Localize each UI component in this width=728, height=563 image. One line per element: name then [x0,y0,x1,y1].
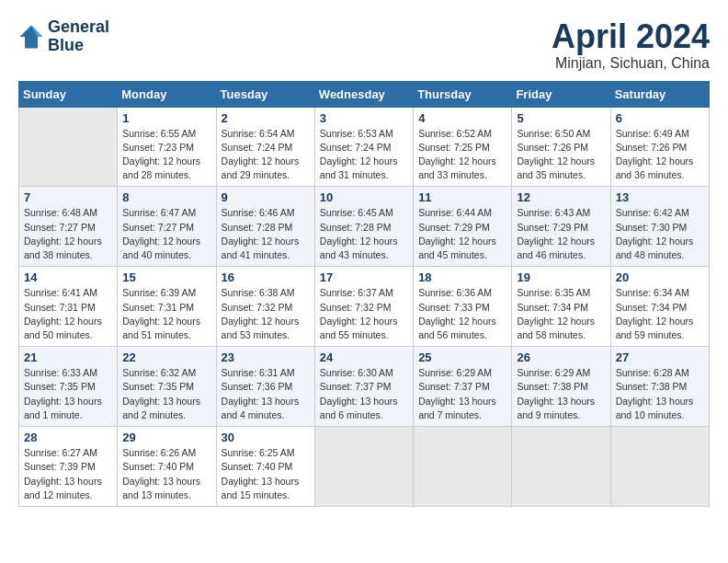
day-info: Sunrise: 6:27 AM Sunset: 7:39 PM Dayligh… [24,446,112,502]
calendar-cell: 10Sunrise: 6:45 AM Sunset: 7:28 PM Dayli… [314,187,413,267]
calendar-cell: 24Sunrise: 6:30 AM Sunset: 7:37 PM Dayli… [314,347,413,427]
day-number: 25 [418,350,506,364]
calendar-cell: 20Sunrise: 6:34 AM Sunset: 7:34 PM Dayli… [610,267,709,347]
day-number: 24 [320,350,408,364]
calendar-cell: 9Sunrise: 6:46 AM Sunset: 7:28 PM Daylig… [216,187,314,267]
day-number: 8 [122,190,210,204]
day-number: 23 [222,350,310,364]
day-number: 3 [320,111,408,125]
page-header: General Blue April 2024 Minjian, Sichuan… [18,18,710,72]
calendar-cell: 19Sunrise: 6:35 AM Sunset: 7:34 PM Dayli… [512,267,610,347]
weekday-header-saturday: Saturday [610,81,709,107]
calendar-cell: 11Sunrise: 6:44 AM Sunset: 7:29 PM Dayli… [414,187,512,267]
day-number: 29 [122,431,210,444]
day-info: Sunrise: 6:45 AM Sunset: 7:28 PM Dayligh… [320,206,408,262]
day-info: Sunrise: 6:55 AM Sunset: 7:23 PM Dayligh… [122,127,210,183]
day-info: Sunrise: 6:39 AM Sunset: 7:31 PM Dayligh… [122,286,210,342]
calendar-cell: 15Sunrise: 6:39 AM Sunset: 7:31 PM Dayli… [118,267,216,347]
weekday-header-friday: Friday [512,81,610,107]
logo-line2: Blue [48,37,109,55]
calendar-cell: 18Sunrise: 6:36 AM Sunset: 7:33 PM Dayli… [414,267,512,347]
day-info: Sunrise: 6:44 AM Sunset: 7:29 PM Dayligh… [418,206,506,262]
calendar-cell [512,427,610,507]
day-info: Sunrise: 6:42 AM Sunset: 7:30 PM Dayligh… [616,206,704,262]
day-info: Sunrise: 6:31 AM Sunset: 7:36 PM Dayligh… [222,366,310,422]
day-info: Sunrise: 6:36 AM Sunset: 7:33 PM Dayligh… [418,286,506,342]
calendar-cell: 26Sunrise: 6:29 AM Sunset: 7:38 PM Dayli… [512,347,610,427]
calendar-cell [314,427,413,507]
calendar-cell: 29Sunrise: 6:26 AM Sunset: 7:40 PM Dayli… [118,427,216,507]
calendar-cell: 5Sunrise: 6:50 AM Sunset: 7:26 PM Daylig… [512,107,610,187]
day-info: Sunrise: 6:26 AM Sunset: 7:40 PM Dayligh… [122,446,210,502]
calendar-cell: 12Sunrise: 6:43 AM Sunset: 7:29 PM Dayli… [512,187,610,267]
day-number: 12 [517,190,605,204]
calendar-cell: 25Sunrise: 6:29 AM Sunset: 7:37 PM Dayli… [414,347,512,427]
calendar-week-row: 14Sunrise: 6:41 AM Sunset: 7:31 PM Dayli… [19,267,710,347]
day-number: 21 [24,350,112,364]
weekday-header-thursday: Thursday [414,81,512,107]
day-number: 22 [122,350,210,364]
logo: General Blue [18,18,109,55]
calendar-cell [414,427,512,507]
day-info: Sunrise: 6:25 AM Sunset: 7:40 PM Dayligh… [222,446,310,502]
month-title: April 2024 [552,18,710,55]
day-number: 16 [222,270,310,284]
weekday-header-monday: Monday [118,81,216,107]
calendar-cell: 27Sunrise: 6:28 AM Sunset: 7:38 PM Dayli… [610,347,709,427]
title-block: April 2024 Minjian, Sichuan, China [552,18,710,72]
day-info: Sunrise: 6:32 AM Sunset: 7:35 PM Dayligh… [122,366,210,422]
day-info: Sunrise: 6:49 AM Sunset: 7:26 PM Dayligh… [616,127,704,183]
day-info: Sunrise: 6:41 AM Sunset: 7:31 PM Dayligh… [24,286,112,342]
day-number: 6 [616,111,704,125]
day-number: 5 [517,111,605,125]
day-number: 17 [320,270,408,284]
day-info: Sunrise: 6:33 AM Sunset: 7:35 PM Dayligh… [24,366,112,422]
day-info: Sunrise: 6:28 AM Sunset: 7:38 PM Dayligh… [616,366,704,422]
day-number: 20 [616,270,704,284]
day-number: 18 [418,270,506,284]
calendar-cell: 1Sunrise: 6:55 AM Sunset: 7:23 PM Daylig… [118,107,216,187]
calendar-cell: 21Sunrise: 6:33 AM Sunset: 7:35 PM Dayli… [19,347,118,427]
weekday-header-tuesday: Tuesday [216,81,314,107]
logo-line1: General [48,18,109,37]
calendar-cell: 2Sunrise: 6:54 AM Sunset: 7:24 PM Daylig… [216,107,314,187]
day-number: 10 [320,190,408,204]
calendar-table: SundayMondayTuesdayWednesdayThursdayFrid… [18,81,710,507]
calendar-week-row: 1Sunrise: 6:55 AM Sunset: 7:23 PM Daylig… [19,107,710,187]
day-info: Sunrise: 6:48 AM Sunset: 7:27 PM Dayligh… [24,206,112,262]
day-number: 30 [222,431,310,444]
day-info: Sunrise: 6:53 AM Sunset: 7:24 PM Dayligh… [320,127,408,183]
calendar-cell: 6Sunrise: 6:49 AM Sunset: 7:26 PM Daylig… [610,107,709,187]
day-info: Sunrise: 6:34 AM Sunset: 7:34 PM Dayligh… [616,286,704,342]
calendar-cell: 23Sunrise: 6:31 AM Sunset: 7:36 PM Dayli… [216,347,314,427]
logo-text: General Blue [48,18,109,55]
day-number: 14 [24,270,112,284]
day-info: Sunrise: 6:30 AM Sunset: 7:37 PM Dayligh… [320,366,408,422]
calendar-cell: 4Sunrise: 6:52 AM Sunset: 7:25 PM Daylig… [414,107,512,187]
location-subtitle: Minjian, Sichuan, China [552,55,710,72]
calendar-week-row: 21Sunrise: 6:33 AM Sunset: 7:35 PM Dayli… [19,347,710,427]
day-info: Sunrise: 6:43 AM Sunset: 7:29 PM Dayligh… [517,206,605,262]
calendar-cell: 3Sunrise: 6:53 AM Sunset: 7:24 PM Daylig… [314,107,413,187]
day-number: 1 [122,111,210,125]
day-number: 27 [616,350,704,364]
day-info: Sunrise: 6:29 AM Sunset: 7:38 PM Dayligh… [517,366,605,422]
day-info: Sunrise: 6:46 AM Sunset: 7:28 PM Dayligh… [222,206,310,262]
day-info: Sunrise: 6:37 AM Sunset: 7:32 PM Dayligh… [320,286,408,342]
weekday-header-wednesday: Wednesday [314,81,413,107]
day-number: 4 [418,111,506,125]
calendar-cell [610,427,709,507]
calendar-week-row: 7Sunrise: 6:48 AM Sunset: 7:27 PM Daylig… [19,187,710,267]
calendar-cell: 16Sunrise: 6:38 AM Sunset: 7:32 PM Dayli… [216,267,314,347]
day-info: Sunrise: 6:35 AM Sunset: 7:34 PM Dayligh… [517,286,605,342]
calendar-cell: 28Sunrise: 6:27 AM Sunset: 7:39 PM Dayli… [19,427,118,507]
calendar-cell: 13Sunrise: 6:42 AM Sunset: 7:30 PM Dayli… [610,187,709,267]
day-number: 19 [517,270,605,284]
day-number: 9 [222,190,310,204]
day-number: 11 [418,190,506,204]
calendar-cell: 7Sunrise: 6:48 AM Sunset: 7:27 PM Daylig… [19,187,118,267]
calendar-cell: 30Sunrise: 6:25 AM Sunset: 7:40 PM Dayli… [216,427,314,507]
day-info: Sunrise: 6:29 AM Sunset: 7:37 PM Dayligh… [418,366,506,422]
calendar-cell: 14Sunrise: 6:41 AM Sunset: 7:31 PM Dayli… [19,267,118,347]
day-number: 13 [616,190,704,204]
